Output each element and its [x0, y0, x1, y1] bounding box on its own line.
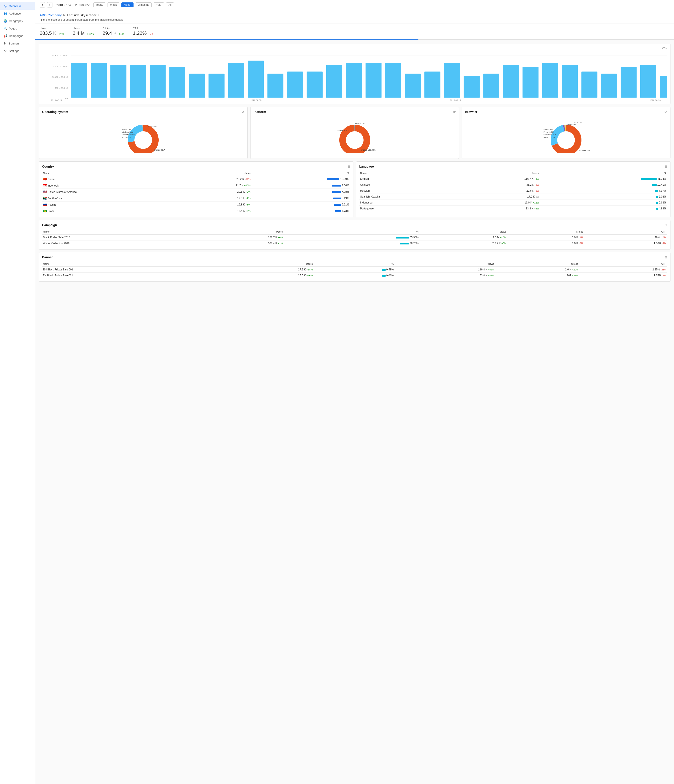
os-reload-icon[interactable]: ⟳ — [242, 110, 244, 114]
stat-views: Views 2.4 M +11% — [73, 27, 94, 36]
banner-clicks: 801 +38% — [495, 273, 579, 278]
svg-text:5.0K: 5.0K — [55, 87, 68, 89]
chevron-down-icon[interactable]: ▾ — [98, 14, 99, 17]
language-col-users: Users — [464, 170, 540, 176]
filters-hint: Filters: choose one or several parameter… — [40, 18, 669, 21]
stat-clicks-delta: +1% — [119, 33, 124, 36]
prev-button[interactable]: ‹ — [40, 2, 45, 8]
month-button[interactable]: Month — [122, 2, 134, 7]
svg-text:10.0K: 10.0K — [51, 76, 68, 78]
banner-table: Name Users % Views Clicks CTR EN Black F… — [42, 261, 667, 278]
date-range: 2018.07.24 — 2018.08.22 — [56, 3, 89, 6]
language-name: Indonesian — [359, 200, 465, 206]
campaign-expand-icon[interactable]: ⊞ — [665, 223, 667, 227]
sidebar-item-banners[interactable]: 🏳 Banners — [0, 40, 35, 47]
browser-panel-title: Browser ⟳ — [465, 110, 667, 114]
platform-donut-chart: mobile 100.00% desktop 0.10% tablet 0.00… — [333, 118, 377, 153]
browser-donut-wrap: Chrome 68.88% Safari 27.95% unknown 1.34… — [465, 116, 667, 156]
svg-text:windows 0.11%: windows 0.11% — [122, 131, 134, 133]
banner-clicks: 2.6 K +20% — [495, 267, 579, 273]
country-col-name: Name — [42, 170, 185, 176]
country-section-title: Country ⊞ — [42, 165, 350, 168]
today-button[interactable]: Today — [94, 2, 105, 7]
language-users: 22.6 K -5% — [464, 188, 540, 194]
x-label-3: 2018.08.12 — [450, 99, 461, 102]
table-row: Winter Collection 2019 108.4 K +1% 38.25… — [42, 241, 667, 246]
stat-views-number: 2.4 M — [73, 30, 85, 36]
chart-x-labels: 2018.07.29 2018.08.05 2018.08.12 2018.08… — [42, 99, 667, 102]
svg-text:Firefox 1.26%: Firefox 1.26% — [544, 131, 554, 133]
country-pct: 10.29% — [251, 176, 350, 182]
country-name: 🇮🇩Indonesia — [42, 182, 185, 189]
sidebar-item-settings[interactable]: ⚙ Settings — [0, 47, 35, 54]
language-users: 116.7 K +3% — [464, 176, 540, 182]
all-button[interactable]: All — [166, 2, 174, 7]
campaign-pct: 55.98% — [284, 235, 419, 241]
country-pct: 6.19% — [251, 195, 350, 202]
svg-rect-33 — [523, 67, 539, 98]
banner-users: 25.6 K +36% — [222, 273, 314, 278]
chart-section: CSV 20.0K15.0K10.0K5.0K0 2018.07.29 2018… — [39, 44, 671, 104]
bar-chart: 20.0K15.0K10.0K5.0K0 — [42, 50, 667, 99]
page-header: ABC-Company ▶ Left side skyscraper ▾ Fil… — [35, 10, 674, 24]
table-row: 🇷🇺Russia 16.8 K +8% 5.91% — [42, 202, 350, 208]
os-panel: Operating system ⟳ android 72.73% ios 26… — [39, 107, 248, 159]
country-table: Name Users % 🇨🇳China 29.2 K -14% 10.29% … — [42, 170, 350, 214]
language-expand-icon[interactable]: ⊞ — [665, 165, 667, 168]
svg-rect-21 — [287, 72, 303, 98]
svg-text:Opera 0.02%: Opera 0.02% — [566, 124, 576, 126]
svg-rect-15 — [169, 67, 185, 98]
campaign-ctr: 1.49% -14% — [584, 235, 667, 241]
campaign-col-views: Views — [420, 229, 507, 235]
language-name: English — [359, 176, 465, 182]
sidebar-item-overview[interactable]: ◎ Overview — [0, 2, 35, 10]
stat-ctr-delta: -9% — [149, 33, 153, 36]
svg-rect-10 — [71, 63, 87, 98]
language-name: Chinese — [359, 182, 465, 188]
svg-text:Safari 27.95%: Safari 27.95% — [544, 136, 555, 138]
stat-clicks-label: Clicks — [103, 27, 124, 30]
sidebar-item-geography[interactable]: 🌍 Geography — [0, 17, 35, 25]
sidebar-item-campaigns[interactable]: 📢 Campaigns — [0, 32, 35, 40]
country-pct: 5.91% — [251, 202, 350, 208]
tables-row: Country ⊞ Name Users % 🇨🇳China 29.2 K -1… — [39, 162, 671, 217]
banner-section: Banner ⊞ Name Users % Views Clicks CTR E… — [39, 252, 671, 282]
sidebar-item-pages[interactable]: 🔍 Pages — [0, 25, 35, 32]
week-button[interactable]: Week — [108, 2, 119, 7]
svg-point-63 — [559, 134, 573, 147]
campaign-clicks: 15.0 K -1% — [507, 235, 584, 241]
campaign-clicks: 6.0 K -3% — [507, 241, 584, 246]
year-button[interactable]: Year — [154, 2, 164, 7]
banner-col-users: Users — [222, 261, 314, 267]
country-title-text: Country — [42, 165, 54, 168]
country-pct: 7.08% — [251, 189, 350, 195]
os-donut-wrap: android 72.73% ios 26.53% unknown 0.15% … — [42, 116, 244, 156]
country-expand-icon[interactable]: ⊞ — [348, 165, 350, 168]
country-col-pct: % — [251, 170, 350, 176]
platform-reload-icon[interactable]: ⟳ — [453, 110, 456, 114]
language-pct: 6.08% — [540, 194, 667, 200]
banner-expand-icon[interactable]: ⊞ — [665, 255, 667, 259]
geography-icon: 🌍 — [3, 19, 7, 23]
svg-point-54 — [348, 134, 361, 147]
table-row: Portuguese 13.8 K +6% 4.88% — [359, 206, 668, 212]
topbar: ‹ › 2018.07.24 — 2018.08.22 Today Week M… — [35, 0, 674, 10]
audience-icon: 👥 — [3, 12, 7, 15]
chart-wrap: 20.0K15.0K10.0K5.0K0 — [42, 50, 667, 99]
browser-reload-icon[interactable]: ⟳ — [665, 110, 667, 114]
csv-label[interactable]: CSV — [42, 47, 667, 50]
svg-rect-27 — [405, 74, 421, 98]
banner-users: 27.2 K +38% — [222, 267, 314, 273]
sidebar-item-audience[interactable]: 👥 Audience — [0, 10, 35, 17]
svg-rect-24 — [346, 63, 362, 98]
svg-rect-31 — [483, 74, 499, 98]
svg-rect-16 — [189, 74, 205, 98]
next-button[interactable]: › — [47, 2, 52, 8]
campaign-users: 158.7 K +6% — [196, 235, 284, 241]
breadcrumb-current: Left side skyscraper — [67, 13, 96, 17]
breadcrumb: ABC-Company ▶ Left side skyscraper ▾ — [40, 13, 669, 17]
3months-button[interactable]: 3 months — [136, 2, 151, 7]
stats-row: Users 283.5 K +4% Views 2.4 M +11% Click… — [35, 24, 674, 39]
breadcrumb-parent[interactable]: ABC-Company — [40, 13, 62, 17]
svg-text:Chrome 68.88%: Chrome 68.88% — [577, 149, 590, 151]
